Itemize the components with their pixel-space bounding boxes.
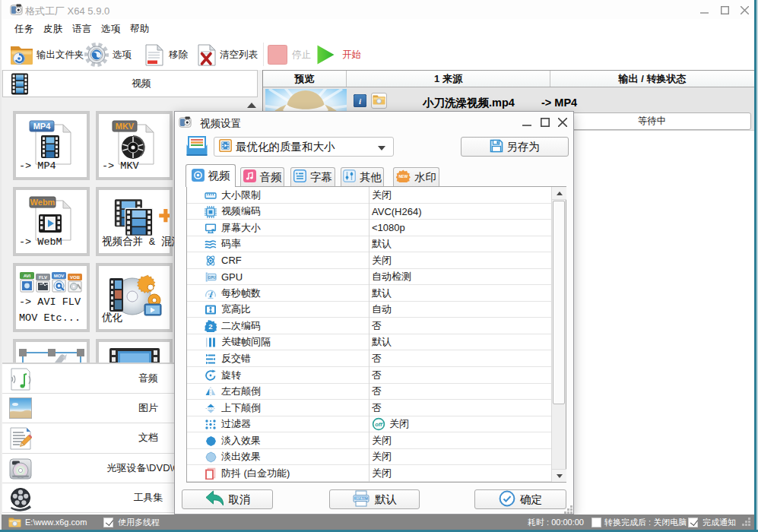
column-header-output-state[interactable]: 输出 / 转换状态	[550, 71, 754, 87]
menu-item[interactable]: 选项	[101, 23, 121, 36]
menu-item[interactable]: 语言	[72, 23, 92, 36]
size-limit-icon	[205, 189, 217, 201]
preset-dropdown[interactable]: 最优化的质量和大小	[214, 137, 394, 157]
toolbar-separator	[263, 43, 264, 66]
format-card-label: 优化	[102, 311, 122, 327]
multithread-checkbox-wrap	[103, 517, 113, 527]
filter-icon	[205, 419, 217, 431]
setting-value: 自动检测	[372, 269, 411, 285]
setting-label: GPU	[221, 269, 243, 285]
svg-text:MP4: MP4	[33, 122, 51, 131]
setting-label: 左右颠倒	[221, 384, 261, 400]
minimize-button[interactable]	[693, 2, 715, 17]
picture-icon	[9, 397, 32, 421]
flip-horizontal-icon	[205, 386, 217, 398]
svg-text:off: off	[375, 421, 383, 428]
dialog-minimize-button[interactable]	[519, 116, 534, 129]
default-button[interactable]: DEFAULT 默认	[329, 489, 420, 509]
triangle-up-icon	[247, 103, 256, 108]
dialog-maximize-button[interactable]	[538, 116, 553, 129]
shutdown-checkbox[interactable]	[591, 518, 601, 527]
app-window: 格式工厂 X64 5.9.0 任务皮肤语言选项帮助 输出文件夹 选项	[0, 0, 758, 532]
setting-label: 上下颠倒	[221, 400, 261, 416]
svg-text:FLV: FLV	[39, 275, 47, 280]
dialog-tabs: 视频 音频 字幕 其他 NEW 水	[175, 164, 573, 186]
statusbar-resize-grip-icon	[742, 518, 751, 528]
statusbar-folder-icon	[8, 515, 21, 530]
toolbar-button[interactable]: 清空列表	[197, 41, 258, 68]
notify-checkbox[interactable]	[688, 518, 698, 527]
settings-tab[interactable]: 字幕	[290, 167, 335, 186]
format-card[interactable]: MKV -> MKV	[96, 111, 173, 180]
svg-text:NEW: NEW	[398, 174, 408, 179]
settings-scrollbar[interactable]	[551, 187, 566, 482]
toolbar-button[interactable]: 开始	[316, 41, 361, 68]
format-card-label: 视频合并 & 混流	[102, 235, 182, 251]
setting-label: 旋转	[221, 367, 241, 383]
setting-value: 否	[372, 350, 382, 366]
video-encode-icon	[205, 206, 217, 218]
column-header-source[interactable]: 1 来源	[347, 71, 550, 87]
menu-item[interactable]: 帮助	[130, 23, 150, 36]
menu-item[interactable]: 皮肤	[43, 23, 63, 36]
column-header-preview[interactable]: 预览	[263, 71, 347, 87]
setting-label: 防抖 (白金功能)	[221, 465, 290, 481]
save-as-button[interactable]: 另存为	[461, 137, 569, 157]
open-folder-button[interactable]	[371, 93, 387, 109]
format-card-label: -> AVI FLV MOV Etc...	[19, 295, 81, 327]
dialog-close-button[interactable]	[555, 116, 570, 129]
fps-icon: FPS	[205, 287, 217, 299]
menu-item[interactable]: 任务	[14, 23, 34, 36]
multithread-checkbox[interactable]	[103, 518, 113, 527]
settings-tab[interactable]: 视频	[186, 164, 236, 187]
scroll-up-button[interactable]	[552, 187, 566, 200]
setting-value: AVC(H264)	[372, 204, 422, 220]
close-button[interactable]	[734, 2, 755, 17]
ok-button[interactable]: 确定	[474, 489, 566, 509]
svg-text:MOV: MOV	[53, 274, 64, 278]
toolbar-button[interactable]: 移除	[144, 41, 188, 68]
setting-label: 过滤器	[221, 416, 251, 432]
settings-tab[interactable]: NEW 水印	[393, 167, 439, 186]
format-card[interactable]: AVIFLVMOVVOB -> AVI FLV MOV Etc...	[13, 263, 90, 332]
toolbar-button[interactable]: 输出文件夹	[10, 41, 84, 68]
toolset-icon	[9, 487, 33, 514]
format-card[interactable]: 优化	[96, 263, 173, 332]
fade-in-icon	[205, 435, 217, 447]
setting-label: 视频编码	[221, 204, 261, 220]
format-card[interactable]: Webm -> WebM	[13, 187, 90, 256]
deinterlace-icon	[205, 353, 217, 365]
cancel-button[interactable]: 取消	[182, 489, 273, 509]
scroll-down-button[interactable]	[552, 469, 566, 482]
menubar: 任务皮肤语言选项帮助	[0, 19, 754, 39]
preset-tray-button[interactable]	[185, 135, 209, 158]
toolbar-buttons: 输出文件夹 选项 移除 清空列表	[0, 39, 754, 70]
output-path[interactable]: E:\www.x6g.com	[25, 515, 87, 530]
format-card-label: -> WebM	[19, 235, 62, 251]
default-printer-icon: DEFAULT	[352, 490, 370, 509]
format-card[interactable]: 视频合并 & 混流	[96, 187, 173, 256]
setting-value: 关闭	[372, 187, 392, 203]
statusbar: E:\www.x6g.com 使用多线程 耗时 : 00:00:00 转换完成后…	[0, 515, 754, 530]
task-table-header: 预览 1 来源 输出 / 转换状态	[263, 70, 754, 87]
grid-scroll-up-button[interactable]	[243, 100, 260, 111]
settings-tab[interactable]: 音频	[240, 167, 284, 186]
setting-label: 每秒帧数	[221, 285, 261, 301]
toolbar-button[interactable]: 选项	[84, 41, 132, 68]
category-header-video[interactable]: 视频	[2, 70, 258, 97]
maximize-button[interactable]	[714, 2, 735, 17]
disc-device-icon	[9, 458, 32, 483]
setting-label: CRF	[221, 252, 242, 268]
keyframe-interval-icon	[205, 337, 217, 349]
shutdown-label: 转换完成后 : 关闭电脑	[604, 515, 687, 530]
save-floppy-icon	[490, 139, 503, 155]
setting-label: 屏幕大小	[221, 220, 261, 236]
setting-label: 二次编码	[221, 318, 261, 334]
settings-tab[interactable]: 其他	[341, 167, 384, 186]
toolbar-button[interactable]: 停止	[268, 41, 311, 68]
scrollbar-thumb[interactable]	[553, 201, 565, 404]
format-card[interactable]: MP4 -> MP4	[13, 111, 90, 180]
multithread-label: 使用多线程	[118, 515, 160, 530]
elapsed-time: 耗时 : 00:00:00	[528, 515, 584, 530]
info-button[interactable]: i	[354, 94, 366, 109]
